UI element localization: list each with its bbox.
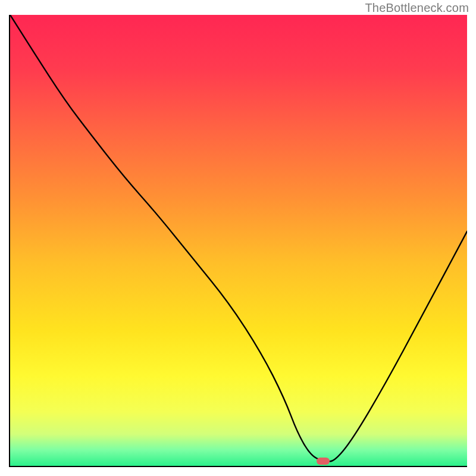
svg-rect-0 (10, 15, 467, 466)
gradient-background (10, 15, 467, 466)
chart-container: TheBottleneck.com (0, 0, 476, 476)
plot-area (9, 15, 467, 467)
optimal-marker (317, 458, 330, 465)
watermark-label: TheBottleneck.com (365, 1, 469, 15)
